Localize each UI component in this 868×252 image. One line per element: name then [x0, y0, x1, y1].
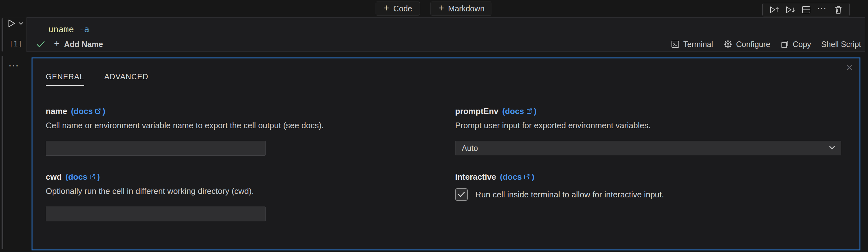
chevron-down-icon: [18, 22, 24, 25]
docs-link[interactable]: (docs ): [71, 106, 105, 116]
config-fields-grid: name (docs ) Cell name or environment va…: [46, 106, 841, 221]
add-markdown-label: Markdown: [448, 4, 485, 13]
terminal-icon: [671, 40, 680, 49]
output-menu-button[interactable]: ⋯: [8, 60, 20, 71]
interactive-checkbox[interactable]: [455, 188, 468, 201]
language-label: Shell Script: [821, 40, 861, 49]
cell-status-bar: + Add Name Terminal: [27, 37, 865, 51]
external-link-icon: [523, 174, 530, 180]
trash-icon: [834, 5, 843, 15]
close-icon[interactable]: ✕: [846, 63, 853, 72]
delete-cell-button[interactable]: [830, 3, 846, 16]
more-actions-button[interactable]: ⋯: [814, 3, 830, 16]
run-cell-button[interactable]: [6, 18, 25, 29]
tab-general[interactable]: GENERAL: [46, 72, 84, 86]
field-interactive: interactive (docs ): [455, 172, 841, 221]
add-code-label: Code: [393, 4, 412, 13]
field-cwd: cwd (docs ) Optionally run the cell in d…: [46, 172, 455, 221]
field-cwd-label: cwd: [46, 172, 62, 182]
name-input[interactable]: [46, 141, 266, 156]
success-check-icon: [36, 40, 45, 48]
notebook-toolbar: + Code + Markdown: [0, 0, 868, 17]
add-name-button[interactable]: + Add Name: [54, 40, 103, 49]
code-argument: -a: [74, 24, 89, 34]
copy-button[interactable]: Copy: [780, 39, 811, 49]
plus-icon: +: [438, 3, 444, 13]
code-line: uname -a: [27, 18, 865, 35]
docs-link[interactable]: (docs ): [502, 106, 536, 116]
field-name: name (docs ) Cell name or environment va…: [46, 106, 455, 156]
cwd-input[interactable]: [46, 206, 266, 221]
checkbox-check-icon: [458, 191, 465, 198]
docs-link[interactable]: (docs ): [500, 172, 534, 182]
promptenv-select[interactable]: Auto: [455, 141, 841, 156]
code-command: uname: [48, 24, 74, 34]
output-focus-indicator: [2, 56, 3, 249]
field-cwd-description: Optionally run the cell in different wor…: [46, 186, 455, 196]
cell-editor[interactable]: uname -a + Add Name Terminal: [27, 17, 865, 52]
add-code-cell-button[interactable]: + Code: [376, 2, 420, 16]
terminal-label: Terminal: [683, 40, 713, 49]
notebook-actions-toolbar: ⋯: [762, 3, 850, 17]
run-below-button[interactable]: [782, 3, 798, 16]
tab-advanced[interactable]: ADVANCED: [104, 72, 149, 86]
cell-focus-indicator: [2, 18, 3, 52]
field-promptenv-description: Prompt user input for exported environme…: [455, 121, 841, 131]
docs-link[interactable]: (docs ): [66, 172, 100, 182]
configure-label: Configure: [736, 40, 770, 49]
add-name-label: Add Name: [64, 40, 103, 49]
field-promptenv: promptEnv (docs ) Prompt user input for …: [455, 106, 841, 156]
field-interactive-label: interactive: [455, 172, 496, 182]
plus-icon: +: [383, 3, 389, 13]
execution-count: [1]: [9, 40, 22, 48]
add-cell-buttons: + Code + Markdown: [376, 2, 492, 16]
copy-label: Copy: [793, 40, 811, 49]
plus-icon: +: [54, 39, 60, 49]
field-name-label: name: [46, 106, 67, 116]
split-cell-icon: [801, 5, 811, 15]
add-markdown-cell-button[interactable]: + Markdown: [431, 2, 492, 16]
field-name-description: Cell name or environment variable name t…: [46, 121, 455, 131]
play-icon: [6, 18, 16, 28]
gear-icon: [723, 39, 733, 49]
external-link-icon: [94, 108, 101, 115]
field-promptenv-label: promptEnv: [455, 106, 498, 116]
external-link-icon: [526, 108, 532, 115]
run-above-icon: [769, 5, 779, 15]
external-link-icon: [89, 174, 96, 180]
run-above-button[interactable]: [766, 3, 782, 16]
notebook-page: { "topbar": { "add_code_label": "Code", …: [0, 0, 868, 252]
terminal-button[interactable]: Terminal: [671, 40, 713, 49]
configure-button[interactable]: Configure: [723, 39, 770, 49]
ellipsis-icon: ⋯: [817, 3, 827, 13]
copy-icon: [780, 39, 789, 49]
cell-status-actions: Terminal Configure: [671, 39, 861, 49]
language-picker[interactable]: Shell Script: [821, 40, 861, 49]
interactive-checkbox-label: Run cell inside terminal to allow for in…: [475, 190, 664, 200]
split-cell-button[interactable]: [798, 3, 814, 16]
cell-configuration-panel: ✕ GENERAL ADVANCED name (docs ): [32, 57, 861, 250]
config-tabs: GENERAL ADVANCED: [46, 72, 841, 86]
run-below-icon: [785, 5, 796, 15]
